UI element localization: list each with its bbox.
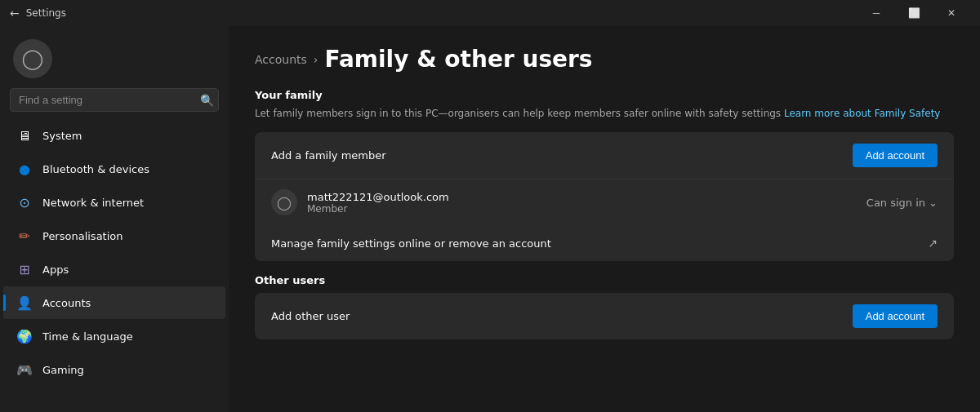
app-body: ◯ 🔍 🖥 System ● Bluetooth & devices ⊙ Net… (0, 26, 980, 412)
other-users-card: Add other user Add account (255, 293, 954, 339)
chevron-down-icon: ⌄ (929, 197, 938, 209)
other-users-title: Other users (255, 274, 954, 286)
manage-family-row[interactable]: Manage family settings online or remove … (255, 225, 954, 261)
member-avatar: ◯ (271, 189, 297, 215)
member-status[interactable]: Can sign in ⌄ (866, 197, 938, 209)
network-icon: ⊙ (16, 194, 33, 210)
learn-more-link[interactable]: Learn more about Family Safety (784, 108, 941, 119)
sidebar: ◯ 🔍 🖥 System ● Bluetooth & devices ⊙ Net… (0, 26, 229, 412)
breadcrumb-parent[interactable]: Accounts (255, 53, 307, 66)
sidebar-item-bluetooth[interactable]: ● Bluetooth & devices (3, 153, 225, 185)
add-other-user-row: Add other user Add account (255, 293, 954, 339)
search-box: 🔍 (10, 88, 219, 112)
sidebar-item-label-apps: Apps (42, 264, 69, 276)
title-bar: ← Settings ─ ⬜ ✕ (0, 0, 980, 26)
gaming-icon: 🎮 (16, 361, 33, 378)
member-avatar-icon: ◯ (277, 195, 292, 210)
title-bar-title: Settings (26, 7, 66, 19)
maximize-button[interactable]: ⬜ (895, 0, 933, 26)
sidebar-item-label-personalisation: Personalisation (42, 230, 123, 242)
add-family-account-button[interactable]: Add account (853, 144, 938, 167)
member-role: Member (307, 203, 866, 215)
sidebar-item-label-system: System (42, 130, 82, 142)
back-icon[interactable]: ← (10, 7, 20, 20)
search-icon-button[interactable]: 🔍 (200, 94, 214, 107)
sidebar-item-gaming[interactable]: 🎮 Gaming (3, 353, 225, 386)
content-area: Accounts › Family & other users Your fam… (229, 26, 980, 412)
manage-family-label: Manage family settings online or remove … (271, 237, 928, 250)
close-button[interactable]: ✕ (933, 0, 970, 26)
sidebar-item-personalisation[interactable]: ✏ Personalisation (3, 219, 225, 252)
sidebar-item-label-network: Network & internet (42, 197, 144, 209)
sidebar-item-label-accounts: Accounts (42, 297, 91, 309)
sidebar-profile: ◯ (0, 26, 229, 85)
your-family-section: Your family Let family members sign in t… (255, 89, 954, 261)
add-other-user-account-button[interactable]: Add account (853, 304, 938, 328)
member-email: matt222121@outlook.com (307, 191, 866, 203)
member-status-label: Can sign in (866, 197, 925, 209)
sidebar-item-timelanguage[interactable]: 🌍 Time & language (3, 320, 225, 352)
your-family-title: Your family (255, 89, 954, 101)
sidebar-item-apps[interactable]: ⊞ Apps (3, 253, 225, 286)
minimize-button[interactable]: ─ (858, 0, 895, 26)
search-input[interactable] (10, 88, 219, 112)
sidebar-item-system[interactable]: 🖥 System (3, 119, 225, 152)
system-icon: 🖥 (16, 127, 33, 144)
sidebar-item-accounts[interactable]: 👤 Accounts (3, 286, 225, 319)
your-family-desc: Let family members sign in to this PC—or… (255, 106, 954, 121)
title-bar-controls: ─ ⬜ ✕ (858, 0, 970, 26)
sidebar-item-label-gaming: Gaming (42, 364, 84, 376)
add-other-user-label: Add other user (271, 310, 853, 322)
timelanguage-icon: 🌍 (16, 328, 33, 344)
accounts-icon: 👤 (16, 295, 33, 311)
nav-items: 🖥 System ● Bluetooth & devices ⊙ Network… (0, 118, 229, 405)
sidebar-item-label-bluetooth: Bluetooth & devices (42, 163, 149, 175)
sidebar-item-network[interactable]: ⊙ Network & internet (3, 186, 225, 219)
apps-icon: ⊞ (16, 261, 33, 277)
personalisation-icon: ✏ (16, 228, 33, 244)
member-row: ◯ matt222121@outlook.com Member Can sign… (255, 179, 954, 225)
other-users-section: Other users Add other user Add account (255, 274, 954, 339)
avatar: ◯ (13, 39, 52, 78)
user-avatar-icon: ◯ (22, 47, 44, 70)
add-family-member-row: Add a family member Add account (255, 132, 954, 179)
family-card: Add a family member Add account ◯ matt22… (255, 132, 954, 261)
breadcrumb-separator: › (314, 53, 318, 66)
title-bar-left: ← Settings (10, 7, 858, 20)
page-title: Family & other users (324, 46, 592, 73)
breadcrumb: Accounts › Family & other users (255, 46, 954, 73)
sidebar-item-label-timelanguage: Time & language (42, 330, 133, 343)
bluetooth-icon: ● (16, 161, 33, 177)
external-link-icon: ↗ (928, 237, 938, 250)
member-info: matt222121@outlook.com Member (307, 191, 866, 215)
add-family-member-label: Add a family member (271, 149, 853, 162)
